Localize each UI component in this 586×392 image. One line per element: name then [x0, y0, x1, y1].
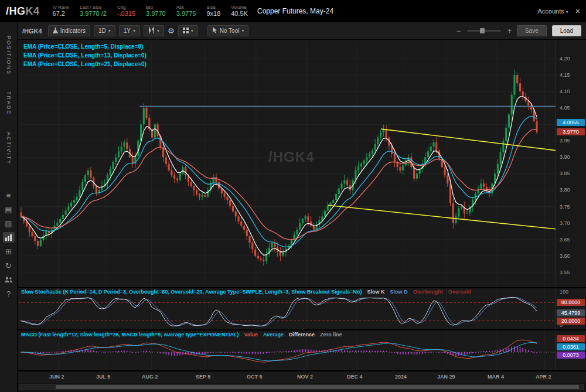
sidebar-tab-activity[interactable]: ACTIVITY	[6, 125, 12, 172]
toolbar-right: − + Save Load	[456, 25, 581, 36]
macd-badge: 0.0073	[557, 352, 585, 359]
price-axis-label: 3.80	[560, 187, 570, 193]
ema-study-label[interactable]: EMA (Price=CLOSE, Length=13, Displace=0)	[23, 52, 146, 59]
price-axis-label: 4.10	[560, 88, 570, 94]
zoom-slider[interactable]	[467, 30, 501, 32]
chart-toolbar: /HGK4 Indicators 1D▾ 1Y▾ ▾ ⚙ ▾ No Tool ▾…	[18, 22, 586, 40]
chevron-down-icon: ▾	[108, 28, 111, 33]
price-axis-label: 3.65	[560, 237, 570, 243]
timeframe-dropdown[interactable]: 1D▾	[94, 25, 115, 36]
menu-icon[interactable]: ≡	[3, 190, 15, 200]
orders-icon[interactable]: ▥	[3, 218, 15, 229]
quote-field-value: 3.9770	[146, 10, 166, 18]
accounts-label: Accounts	[537, 8, 564, 15]
chart-scrollbar[interactable]	[19, 384, 584, 390]
close-icon[interactable]: ×	[575, 6, 580, 16]
panel-divider[interactable]	[18, 329, 586, 330]
left-sidebar: POSITIONSTRADEACTIVITY ≡▤▥⊞↻?	[0, 22, 18, 392]
ema-study-label[interactable]: EMA (Price=CLOSE, Length=21, Displace=0)	[23, 61, 146, 67]
legend-item: Average	[263, 332, 284, 338]
price-axis-label: 3.75	[560, 204, 570, 210]
range-value: 1Y	[124, 28, 131, 34]
stochastic-axis: 100080.000045.479920.0000	[556, 288, 586, 329]
macd-badge: 0.0434	[557, 335, 585, 342]
symbol-root: /HG	[6, 5, 26, 17]
price-axis-label: 3.55	[560, 270, 570, 275]
indicators-button[interactable]: Indicators	[48, 25, 90, 36]
tool-label: No Tool	[220, 28, 240, 34]
legend-item: Slow D	[390, 289, 408, 295]
chart-settings-gear-icon[interactable]: ⚙	[168, 26, 175, 35]
sidebar-tab-positions[interactable]: POSITIONS	[6, 29, 12, 81]
chart-type-dropdown[interactable]: ▾	[144, 25, 164, 36]
ema-study-label[interactable]: EMA (Price=CLOSE, Length=5, Displace=0)	[23, 43, 146, 50]
price-axis-label: 4.15	[560, 72, 570, 78]
price-badge: 3.9770	[557, 128, 585, 135]
time-axis-label: JAN 29	[437, 374, 455, 380]
charts-icon[interactable]	[3, 232, 15, 243]
time-axis-label: DEC 4	[347, 374, 363, 380]
time-axis-label: JUL 5	[96, 374, 110, 380]
sidebar-tab-trade[interactable]: TRADE	[6, 85, 12, 122]
macd-label-row: MACD (Fast length=12, Slow length=26, MA…	[21, 332, 342, 338]
macd-axis: 0.04340.03610.0073	[556, 330, 586, 370]
price-axis-label: 3.70	[560, 220, 570, 226]
legend-item: Slow K	[367, 289, 385, 295]
price-chart-plot[interactable]	[19, 42, 556, 287]
indicators-label: Indicators	[60, 28, 86, 34]
apps-grid-icon[interactable]: ⊞	[3, 246, 15, 257]
grid-layout-dropdown[interactable]: ▾	[178, 25, 198, 36]
zoom-out-button[interactable]: −	[456, 27, 461, 35]
quote-field-label: Ask	[176, 5, 196, 11]
time-axis-label: OCT 5	[247, 374, 263, 380]
drawing-tool-dropdown[interactable]: No Tool ▾	[207, 25, 249, 36]
quote-field-label: Size	[206, 5, 220, 11]
quote-field-volume: Volume40.5K	[231, 5, 248, 18]
legend-item: Overbought	[413, 289, 443, 295]
time-axis-label: AUG 2	[142, 374, 158, 380]
panel-divider	[18, 370, 586, 371]
quote-field-label: IV Rank	[53, 5, 69, 11]
macd-study-label[interactable]: MACD (Fast length=12, Slow length=26, MA…	[21, 332, 239, 338]
chevron-down-icon: ▾	[157, 28, 159, 33]
stochastic-badge: 45.4799	[557, 309, 585, 316]
candlestick-type-icon	[148, 27, 155, 35]
history-icon[interactable]: ↻	[3, 260, 15, 271]
load-button[interactable]: Load	[552, 25, 581, 36]
quote-field-size: Size9x18	[206, 5, 220, 18]
panel-divider[interactable]	[18, 287, 586, 288]
time-axis-label: MAR 4	[488, 374, 504, 380]
save-button[interactable]: Save	[517, 25, 547, 36]
quote-field-value: 40.5K	[231, 10, 248, 18]
chart-scrollbar-handle[interactable]	[56, 385, 579, 389]
flask-icon	[53, 27, 58, 35]
quote-field-iv-rank: IV Rank67.2	[53, 5, 69, 18]
chevron-down-icon: ▾	[191, 28, 193, 33]
cursor-pointer-icon	[212, 27, 217, 35]
time-axis-label: JUN 2	[49, 374, 64, 380]
quote-field-bid: Bid3.9770	[146, 5, 166, 18]
price-axis-label: 4.20	[560, 56, 570, 62]
support-people-icon[interactable]	[3, 274, 15, 285]
stochastic-study-label[interactable]: Slow Stochastic (K Period=14, D Period=3…	[21, 289, 362, 295]
price-axis[interactable]: 4.204.154.104.054.003.953.903.853.803.75…	[556, 42, 586, 287]
top-quote-bar: /HGK4 IV Rank67.2Last / Size3.9770 /2Chg…	[0, 0, 586, 22]
quote-field-chg: Chg-.0315	[117, 5, 135, 18]
quote-field-value: 67.2	[53, 10, 69, 18]
quote-field-last-size: Last / Size3.9770 /2	[80, 5, 107, 18]
watchlist-icon[interactable]: ▤	[3, 204, 15, 214]
sidebar-tabs: POSITIONSTRADEACTIVITY	[6, 29, 12, 175]
zoom-in-button[interactable]: +	[507, 27, 512, 35]
legend-item: Oversold	[448, 289, 471, 295]
zoom-slider-handle[interactable]	[480, 28, 485, 33]
accounts-menu[interactable]: Accounts ▾	[537, 8, 568, 15]
help-icon[interactable]: ?	[3, 288, 15, 299]
legend-item: Difference	[289, 332, 315, 338]
time-axis-label: 2024	[395, 374, 407, 380]
topbar-right: Accounts ▾ ×	[537, 6, 580, 16]
chevron-down-icon: ▾	[133, 28, 135, 33]
study-labels: EMA (Price=CLOSE, Length=5, Displace=0)E…	[23, 43, 146, 67]
quote-field-value: 3.9775	[176, 10, 196, 18]
quote-field-label: Chg	[117, 5, 135, 11]
range-dropdown[interactable]: 1Y▾	[119, 25, 140, 36]
